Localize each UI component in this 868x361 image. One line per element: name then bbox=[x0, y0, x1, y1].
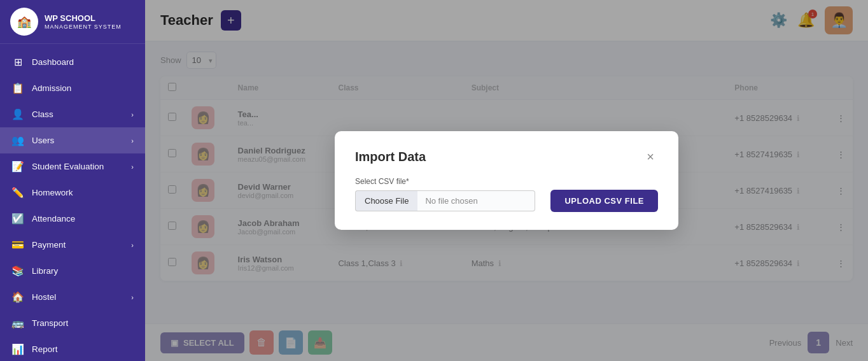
sidebar-item-label: Student Evaluation bbox=[32, 162, 104, 171]
import-modal: Import Data × Select CSV file* Choose Fi… bbox=[335, 131, 678, 230]
modal-overlay: Import Data × Select CSV file* Choose Fi… bbox=[145, 0, 868, 361]
main-content: Teacher + ⚙️ 🔔 1 👨‍💼 Show 102550 bbox=[145, 0, 868, 361]
file-input-label[interactable]: Choose File No file chosen bbox=[355, 190, 535, 211]
sidebar-item-label: Hostel bbox=[32, 292, 56, 302]
sidebar-item-hostel[interactable]: 🏠 Hostel › bbox=[0, 284, 145, 310]
sidebar-item-admission[interactable]: 📋 Admission bbox=[0, 75, 145, 101]
choose-file-button[interactable]: Choose File bbox=[355, 190, 417, 211]
school-name: WP SCHOOL bbox=[45, 13, 122, 24]
upload-csv-button[interactable]: UPLOAD CSV FILE bbox=[550, 190, 658, 212]
chevron-icon: › bbox=[131, 294, 134, 301]
dashboard-icon: ⊞ bbox=[11, 56, 24, 68]
sidebar-item-attendance[interactable]: ☑️ Attendance bbox=[0, 206, 145, 232]
payment-icon: 💳 bbox=[11, 239, 24, 251]
attendance-icon: ☑️ bbox=[11, 213, 24, 225]
csv-file-label: Select CSV file* bbox=[355, 177, 658, 186]
sidebar-item-label: Attendance bbox=[32, 214, 75, 223]
sidebar-item-label: Admission bbox=[32, 83, 71, 93]
sidebar-nav: ⊞ Dashboard 📋 Admission 👤 Class › 👥 User… bbox=[0, 44, 145, 361]
chevron-icon: › bbox=[131, 111, 134, 118]
modal-header: Import Data × bbox=[355, 149, 658, 164]
sidebar-item-transport[interactable]: 🚌 Transport bbox=[0, 310, 145, 336]
sidebar-item-label: Class bbox=[32, 110, 53, 119]
file-name-display: No file chosen bbox=[417, 190, 535, 211]
sidebar-item-homework[interactable]: ✏️ Homework bbox=[0, 180, 145, 206]
sidebar-item-label: Library bbox=[32, 266, 58, 276]
sidebar-item-student-evaluation[interactable]: 📝 Student Evaluation › bbox=[0, 153, 145, 180]
sidebar-item-payment[interactable]: 💳 Payment › bbox=[0, 232, 145, 258]
sidebar-item-label: Report bbox=[32, 344, 58, 354]
sidebar-item-label: Users bbox=[32, 136, 54, 145]
school-logo-icon: 🏫 bbox=[10, 8, 38, 36]
sidebar: 🏫 WP SCHOOL MANAGEMENT SYSTEM ⊞ Dashboar… bbox=[0, 0, 145, 361]
sidebar-item-label: Payment bbox=[32, 240, 66, 250]
chevron-icon: › bbox=[131, 137, 134, 145]
sidebar-item-label: Dashboard bbox=[32, 57, 74, 67]
sidebar-item-label: Homework bbox=[32, 188, 73, 197]
users-icon: 👥 bbox=[11, 134, 24, 146]
report-icon: 📊 bbox=[11, 343, 24, 355]
sidebar-item-users[interactable]: 👥 Users › bbox=[0, 127, 145, 153]
sidebar-item-label: Transport bbox=[32, 318, 68, 328]
library-icon: 📚 bbox=[11, 265, 24, 277]
class-icon: 👤 bbox=[11, 108, 24, 120]
sidebar-item-report[interactable]: 📊 Report bbox=[0, 336, 145, 361]
chevron-icon: › bbox=[131, 163, 134, 171]
sidebar-item-library[interactable]: 📚 Library bbox=[0, 258, 145, 284]
school-subtitle: MANAGEMENT SYSTEM bbox=[45, 24, 122, 30]
hostel-icon: 🏠 bbox=[11, 291, 24, 303]
sidebar-item-class[interactable]: 👤 Class › bbox=[0, 101, 145, 127]
transport-icon: 🚌 bbox=[11, 317, 24, 329]
homework-icon: ✏️ bbox=[11, 187, 24, 199]
modal-close-button[interactable]: × bbox=[643, 149, 658, 164]
file-input-row: Choose File No file chosen UPLOAD CSV FI… bbox=[355, 190, 658, 212]
admission-icon: 📋 bbox=[11, 82, 24, 94]
student-evaluation-icon: 📝 bbox=[11, 160, 24, 173]
sidebar-logo[interactable]: 🏫 WP SCHOOL MANAGEMENT SYSTEM bbox=[0, 0, 145, 44]
modal-title: Import Data bbox=[355, 150, 426, 164]
sidebar-item-dashboard[interactable]: ⊞ Dashboard bbox=[0, 49, 145, 75]
chevron-icon: › bbox=[131, 241, 134, 249]
modal-body: Select CSV file* Choose File No file cho… bbox=[355, 177, 658, 212]
